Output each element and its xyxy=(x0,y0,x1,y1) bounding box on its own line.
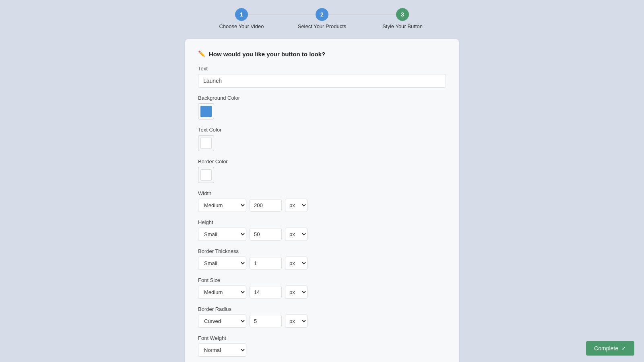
width-select[interactable]: Small Medium Large xyxy=(198,199,246,212)
font-weight-row: Normal Bold Light xyxy=(198,343,446,357)
complete-label: Complete xyxy=(594,345,618,352)
border-radius-select[interactable]: None Curved Rounded xyxy=(198,315,246,328)
font-size-label: Font Size xyxy=(198,277,446,283)
step-1-circle: 1 xyxy=(235,8,248,21)
text-color-group: Text Color xyxy=(198,127,446,151)
stepper: 1 Choose Your Video 2 Select Your Produc… xyxy=(201,8,443,29)
card-title: ✏️ How would you like your button to loo… xyxy=(198,50,446,58)
border-color-group: Border Color xyxy=(198,158,446,183)
width-number[interactable] xyxy=(250,199,282,212)
text-input[interactable] xyxy=(198,74,446,88)
border-thickness-row: Small Medium Large px % em xyxy=(198,257,446,270)
border-thickness-unit-select[interactable]: px % em xyxy=(285,257,308,270)
width-group: Width Small Medium Large px % em xyxy=(198,190,446,212)
border-radius-number[interactable] xyxy=(250,315,282,327)
font-size-number[interactable] xyxy=(250,286,282,298)
border-thickness-select[interactable]: Small Medium Large xyxy=(198,257,246,270)
complete-button[interactable]: Complete ✓ xyxy=(586,341,634,356)
font-weight-group: Font Weight Normal Bold Light xyxy=(198,335,446,357)
font-size-unit-select[interactable]: px % em xyxy=(285,286,308,299)
checkmark-icon: ✓ xyxy=(621,345,626,352)
width-label: Width xyxy=(198,190,446,196)
border-radius-unit-select[interactable]: px % em xyxy=(285,315,308,328)
border-radius-row: None Curved Rounded px % em xyxy=(198,315,446,328)
font-weight-select[interactable]: Normal Bold Light xyxy=(198,343,246,357)
font-size-group: Font Size Small Medium Large px % em xyxy=(198,277,446,299)
height-select[interactable]: Small Medium Large xyxy=(198,228,246,241)
height-number[interactable] xyxy=(250,228,282,241)
bg-color-swatch[interactable] xyxy=(198,103,214,119)
text-color-label: Text Color xyxy=(198,127,446,133)
border-radius-label: Border Radius xyxy=(198,306,446,312)
step-1: 1 Choose Your Video xyxy=(201,8,282,29)
border-thickness-number[interactable] xyxy=(250,257,282,269)
border-color-inner xyxy=(200,169,212,181)
bg-color-label: Background Color xyxy=(198,95,446,101)
step-3-label: Style Your Button xyxy=(382,23,423,29)
bg-color-group: Background Color xyxy=(198,95,446,119)
font-size-row: Small Medium Large px % em xyxy=(198,286,446,299)
width-row: Small Medium Large px % em xyxy=(198,199,446,212)
font-size-select[interactable]: Small Medium Large xyxy=(198,286,246,299)
height-group: Height Small Medium Large px % em xyxy=(198,219,446,241)
pencil-icon: ✏️ xyxy=(198,50,206,58)
step-2: 2 Select Your Products xyxy=(282,8,362,29)
step-3: 3 Style Your Button xyxy=(362,8,443,29)
step-1-label: Choose Your Video xyxy=(219,23,264,29)
step-3-circle: 3 xyxy=(396,8,409,21)
border-color-label: Border Color xyxy=(198,158,446,165)
border-color-swatch[interactable] xyxy=(198,167,214,183)
height-unit-select[interactable]: px % em xyxy=(285,228,308,241)
border-radius-group: Border Radius None Curved Rounded px % e… xyxy=(198,306,446,328)
width-unit-select[interactable]: px % em xyxy=(285,199,308,212)
step-2-circle: 2 xyxy=(316,8,328,21)
text-label: Text xyxy=(198,66,446,72)
step-2-label: Select Your Products xyxy=(298,23,347,29)
text-field-group: Text xyxy=(198,66,446,88)
border-thickness-group: Border Thickness Small Medium Large px %… xyxy=(198,248,446,270)
height-row: Small Medium Large px % em xyxy=(198,228,446,241)
bg-color-inner xyxy=(200,106,212,117)
text-color-inner xyxy=(200,138,212,149)
height-label: Height xyxy=(198,219,446,225)
border-thickness-label: Border Thickness xyxy=(198,248,446,254)
font-weight-label: Font Weight xyxy=(198,335,446,341)
text-color-swatch[interactable] xyxy=(198,135,214,151)
style-card: ✏️ How would you like your button to loo… xyxy=(185,39,459,362)
